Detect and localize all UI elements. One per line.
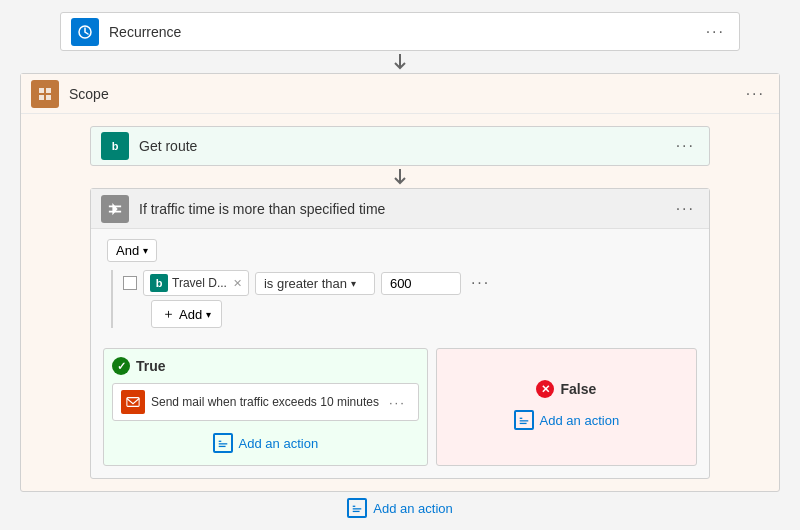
condition-icon (101, 195, 129, 223)
bing-b-icon: b (156, 277, 163, 289)
svg-marker-9 (112, 202, 117, 214)
scope-title: Scope (69, 86, 742, 102)
recurrence-menu-button[interactable]: ··· (702, 21, 729, 43)
chevron-down-icon: ▾ (143, 245, 148, 256)
svg-rect-2 (39, 88, 44, 93)
add-action-icon-false (514, 410, 534, 430)
add-action-icon-true (213, 433, 233, 453)
mail-block: Send mail when traffic exceeds 10 minute… (112, 383, 419, 421)
condition-row-menu-button[interactable]: ··· (467, 272, 494, 294)
false-panel: ✕ False Add an action (436, 348, 697, 466)
travel-icon: b (150, 274, 168, 292)
recurrence-block: Recurrence ··· (60, 12, 740, 51)
get-route-title: Get route (139, 138, 672, 154)
condition-header: If traffic time is more than specified t… (91, 189, 709, 229)
travel-close-button[interactable]: ✕ (233, 277, 242, 290)
get-route-icon: b (101, 132, 129, 160)
scope-menu-button[interactable]: ··· (742, 83, 769, 105)
operator-label: is greater than (264, 276, 347, 291)
bing-logo: b (112, 140, 119, 152)
true-label: True (136, 358, 166, 374)
mail-icon (121, 390, 145, 414)
scope-block: Scope ··· b Get route ··· (20, 73, 780, 492)
and-button[interactable]: And ▾ (107, 239, 157, 262)
condition-menu-button[interactable]: ··· (672, 198, 699, 220)
svg-rect-10 (127, 398, 139, 407)
svg-rect-4 (39, 95, 44, 100)
bottom-add-action-icon (347, 498, 367, 518)
recurrence-title: Recurrence (109, 24, 702, 40)
add-condition-button[interactable]: ＋ Add ▾ (151, 300, 222, 328)
operator-chevron-icon: ▾ (351, 278, 356, 289)
add-condition-label: Add (179, 307, 202, 322)
condition-checkbox[interactable] (123, 276, 137, 290)
condition-line: b Travel D... ✕ is greater than ▾ ··· (111, 270, 693, 328)
svg-rect-5 (46, 95, 51, 100)
travel-tag-label: Travel D... (172, 276, 227, 290)
mail-menu-button[interactable]: ··· (385, 393, 410, 412)
true-add-action-label: Add an action (239, 436, 319, 451)
bottom-add-action[interactable]: Add an action (347, 498, 453, 518)
recurrence-icon (71, 18, 99, 46)
operator-select[interactable]: is greater than ▾ (255, 272, 375, 295)
and-label: And (116, 243, 139, 258)
page-wrapper: Recurrence ··· Scope ··· (0, 0, 800, 530)
and-row: And ▾ (107, 239, 693, 262)
false-x-icon: ✕ (536, 380, 554, 398)
bottom-add-action-label: Add an action (373, 501, 453, 516)
condition-title: If traffic time is more than specified t… (139, 201, 672, 217)
scope-header: Scope ··· (21, 74, 779, 114)
add-chevron-icon: ▾ (206, 309, 211, 320)
travel-tag: b Travel D... ✕ (143, 270, 249, 296)
true-add-action-button[interactable]: Add an action (112, 429, 419, 457)
plus-icon: ＋ (162, 305, 175, 323)
get-route-block: b Get route ··· (90, 126, 710, 166)
false-label: False (560, 381, 596, 397)
value-input[interactable] (381, 272, 461, 295)
condition-body: And ▾ b Travel D... (91, 229, 709, 338)
false-add-action-button[interactable]: Add an action (445, 406, 688, 434)
condition-inner: b Travel D... ✕ is greater than ▾ ··· (123, 270, 494, 296)
get-route-menu-button[interactable]: ··· (672, 135, 699, 157)
true-panel: ✓ True Send mail when traffic exceeds 10… (103, 348, 428, 466)
arrow-down-1 (390, 51, 410, 73)
scope-icon (31, 80, 59, 108)
false-add-action-label: Add an action (540, 413, 620, 428)
mail-label: Send mail when traffic exceeds 10 minute… (151, 395, 379, 409)
scope-body: b Get route ··· (21, 114, 779, 491)
tf-row: ✓ True Send mail when traffic exceeds 10… (91, 348, 709, 478)
condition-block: If traffic time is more than specified t… (90, 188, 710, 479)
arrow-down-2 (390, 166, 410, 188)
false-panel-header: ✕ False (536, 380, 596, 398)
true-panel-header: ✓ True (112, 357, 419, 375)
svg-rect-3 (46, 88, 51, 93)
true-checkmark-icon: ✓ (112, 357, 130, 375)
